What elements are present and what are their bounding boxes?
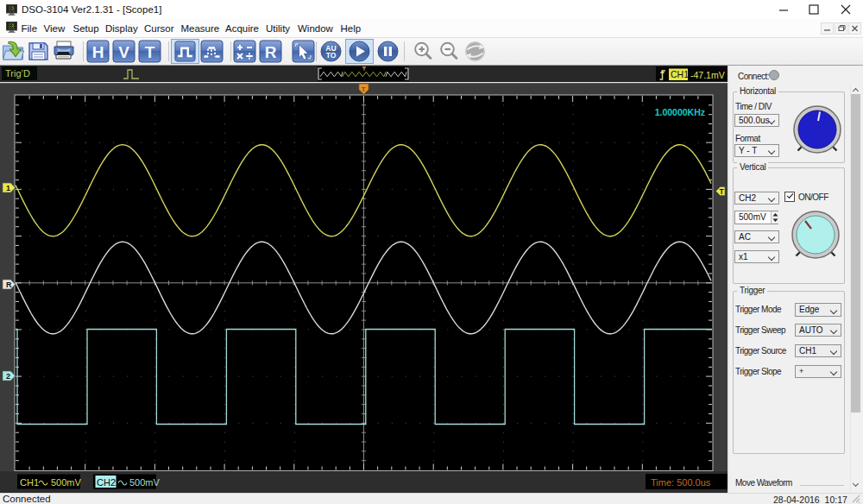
svg-text:CH1: CH1 (20, 477, 39, 488)
svg-text:R: R (6, 280, 12, 289)
svg-text:CH1: CH1 (671, 69, 689, 79)
svg-text:1: 1 (6, 184, 10, 192)
svg-text:V: V (118, 43, 129, 61)
svg-text:500mV: 500mV (51, 477, 82, 488)
svg-text:500mV: 500mV (129, 477, 161, 488)
svg-text:R: R (265, 43, 277, 61)
svg-text:TO: TO (326, 51, 337, 60)
svg-text:T: T (145, 43, 155, 61)
svg-text:Trig’D: Trig’D (5, 68, 30, 79)
svg-text:CH2: CH2 (97, 477, 116, 488)
svg-text:T: T (362, 85, 366, 93)
svg-text:Time: 500.0us: Time: 500.0us (651, 477, 711, 488)
svg-text:2: 2 (6, 372, 10, 381)
svg-text:T: T (720, 187, 725, 196)
svg-text:H: H (92, 43, 104, 61)
svg-text:-47.1mV: -47.1mV (690, 70, 725, 80)
svg-text:1.00000KHz: 1.00000KHz (655, 107, 705, 117)
